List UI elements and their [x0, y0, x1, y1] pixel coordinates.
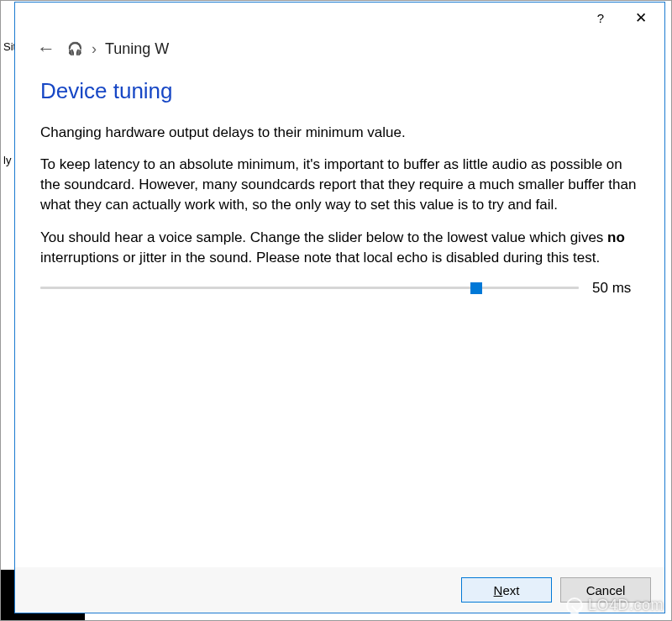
breadcrumb: ← 🎧 › Tuning W [15, 33, 664, 70]
content-area: Device tuning Changing hardware output d… [15, 70, 664, 567]
breadcrumb-label: Tuning W [105, 40, 169, 58]
bg-text-fragment: ly [2, 152, 13, 168]
next-button[interactable]: Next [461, 577, 552, 603]
instruction-paragraph: You should hear a voice sample. Change t… [40, 228, 639, 268]
button-bar: Next Cancel [15, 567, 664, 613]
instruction-emphasis: no [607, 229, 625, 245]
tuning-wizard-dialog: ? ✕ ← 🎧 › Tuning W Device tuning Changin… [14, 2, 665, 613]
help-button[interactable]: ? [582, 5, 619, 30]
instruction-text-pre: You should hear a voice sample. Change t… [40, 229, 607, 245]
titlebar: ? ✕ [15, 3, 664, 33]
latency-slider-row: 50 ms [40, 280, 639, 297]
page-title: Device tuning [40, 78, 639, 104]
breadcrumb-separator: › [92, 40, 97, 58]
close-button[interactable]: ✕ [622, 5, 659, 30]
slider-track [40, 287, 579, 289]
latency-slider[interactable] [40, 280, 579, 297]
slider-thumb[interactable] [470, 282, 482, 294]
instruction-text-post: interruptions or jitter in the sound. Pl… [40, 250, 600, 266]
back-button[interactable]: ← [34, 38, 59, 60]
next-label-rest: ext [502, 583, 519, 597]
explanation-paragraph: To keep latency to an absolute minimum, … [40, 155, 639, 215]
intro-paragraph: Changing hardware output delays to their… [40, 123, 639, 143]
next-mnemonic: N [494, 583, 503, 597]
latency-value-label: 50 ms [592, 280, 639, 297]
headphones-icon: 🎧 [67, 41, 83, 56]
cancel-button[interactable]: Cancel [560, 577, 651, 603]
